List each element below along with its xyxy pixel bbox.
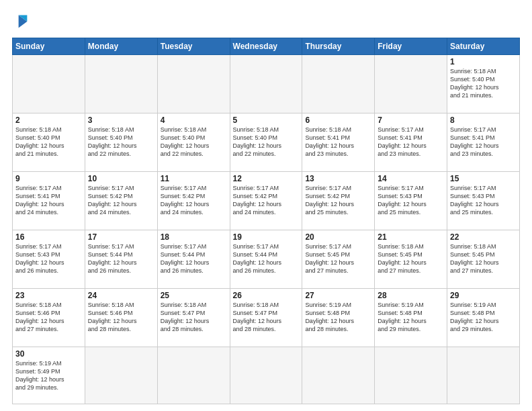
calendar-cell — [375, 55, 447, 113]
calendar-week-1: 1Sunrise: 5:18 AMSunset: 5:40 PMDaylight… — [13, 55, 520, 113]
calendar-cell: 26Sunrise: 5:18 AMSunset: 5:47 PMDayligh… — [230, 288, 302, 347]
day-info: Sunrise: 5:18 AMSunset: 5:41 PMDaylight:… — [305, 126, 371, 158]
day-number: 28 — [378, 291, 444, 300]
day-number: 29 — [450, 291, 517, 300]
calendar-cell — [302, 55, 375, 113]
day-info: Sunrise: 5:17 AMSunset: 5:42 PMDaylight:… — [161, 184, 227, 217]
day-number: 21 — [378, 232, 444, 242]
header — [12, 11, 520, 32]
day-info: Sunrise: 5:17 AMSunset: 5:45 PMDaylight:… — [305, 242, 371, 275]
day-info: Sunrise: 5:17 AMSunset: 5:43 PMDaylight:… — [378, 184, 444, 217]
day-number: 9 — [15, 174, 82, 183]
day-info: Sunrise: 5:18 AMSunset: 5:47 PMDaylight:… — [161, 301, 227, 334]
calendar-cell — [302, 347, 375, 404]
calendar-cell — [230, 55, 302, 113]
calendar-cell: 4Sunrise: 5:18 AMSunset: 5:40 PMDaylight… — [157, 113, 230, 171]
calendar-cell: 29Sunrise: 5:19 AMSunset: 5:48 PMDayligh… — [447, 288, 520, 347]
day-number: 13 — [305, 174, 371, 183]
col-header-tuesday: Tuesday — [157, 38, 230, 55]
calendar-table: SundayMondayTuesdayWednesdayThursdayFrid… — [12, 38, 520, 404]
day-info: Sunrise: 5:18 AMSunset: 5:46 PMDaylight:… — [15, 301, 82, 334]
day-number: 18 — [161, 232, 227, 242]
day-number: 30 — [15, 349, 82, 359]
day-number: 25 — [161, 291, 227, 300]
day-number: 16 — [15, 232, 82, 242]
col-header-saturday: Saturday — [447, 38, 520, 55]
day-number: 6 — [305, 116, 371, 125]
calendar-week-2: 2Sunrise: 5:18 AMSunset: 5:40 PMDaylight… — [13, 113, 520, 171]
calendar-cell — [375, 347, 447, 404]
calendar-cell: 20Sunrise: 5:17 AMSunset: 5:45 PMDayligh… — [302, 230, 375, 288]
calendar-cell — [13, 55, 85, 113]
day-info: Sunrise: 5:17 AMSunset: 5:43 PMDaylight:… — [450, 184, 517, 217]
day-info: Sunrise: 5:18 AMSunset: 5:40 PMDaylight:… — [233, 126, 300, 158]
col-header-wednesday: Wednesday — [230, 38, 302, 55]
day-number: 22 — [450, 232, 517, 242]
day-info: Sunrise: 5:18 AMSunset: 5:40 PMDaylight:… — [450, 67, 517, 100]
day-info: Sunrise: 5:18 AMSunset: 5:40 PMDaylight:… — [15, 126, 82, 158]
calendar-cell: 30Sunrise: 5:19 AMSunset: 5:49 PMDayligh… — [13, 347, 85, 404]
day-number: 17 — [88, 232, 154, 242]
day-number: 24 — [88, 291, 154, 300]
calendar-cell: 28Sunrise: 5:19 AMSunset: 5:48 PMDayligh… — [375, 288, 447, 347]
day-number: 19 — [233, 232, 300, 242]
calendar-cell: 21Sunrise: 5:18 AMSunset: 5:45 PMDayligh… — [375, 230, 447, 288]
day-number: 20 — [305, 232, 371, 242]
day-info: Sunrise: 5:19 AMSunset: 5:48 PMDaylight:… — [305, 301, 371, 334]
calendar-cell: 7Sunrise: 5:17 AMSunset: 5:41 PMDaylight… — [375, 113, 447, 171]
day-info: Sunrise: 5:18 AMSunset: 5:40 PMDaylight:… — [161, 126, 227, 158]
calendar-cell — [157, 55, 230, 113]
calendar-cell: 9Sunrise: 5:17 AMSunset: 5:41 PMDaylight… — [13, 171, 85, 230]
calendar-cell: 5Sunrise: 5:18 AMSunset: 5:40 PMDaylight… — [230, 113, 302, 171]
calendar-cell: 19Sunrise: 5:17 AMSunset: 5:44 PMDayligh… — [230, 230, 302, 288]
day-number: 10 — [88, 174, 154, 183]
calendar-cell: 22Sunrise: 5:18 AMSunset: 5:45 PMDayligh… — [447, 230, 520, 288]
day-number: 2 — [15, 116, 82, 125]
day-number: 3 — [88, 116, 154, 125]
calendar-cell: 2Sunrise: 5:18 AMSunset: 5:40 PMDaylight… — [13, 113, 85, 171]
calendar-cell: 1Sunrise: 5:18 AMSunset: 5:40 PMDaylight… — [447, 55, 520, 113]
calendar-cell: 12Sunrise: 5:17 AMSunset: 5:42 PMDayligh… — [230, 171, 302, 230]
calendar-cell — [85, 347, 157, 404]
calendar-cell: 11Sunrise: 5:17 AMSunset: 5:42 PMDayligh… — [157, 171, 230, 230]
calendar-cell — [85, 55, 157, 113]
day-info: Sunrise: 5:19 AMSunset: 5:48 PMDaylight:… — [450, 301, 517, 334]
calendar-cell: 24Sunrise: 5:18 AMSunset: 5:46 PMDayligh… — [85, 288, 157, 347]
logo-icon — [12, 11, 34, 32]
calendar-week-4: 16Sunrise: 5:17 AMSunset: 5:43 PMDayligh… — [13, 230, 520, 288]
day-number: 7 — [378, 116, 444, 125]
day-number: 12 — [233, 174, 300, 183]
day-info: Sunrise: 5:19 AMSunset: 5:49 PMDaylight:… — [15, 359, 82, 392]
day-info: Sunrise: 5:17 AMSunset: 5:44 PMDaylight:… — [161, 242, 227, 275]
calendar-header-row: SundayMondayTuesdayWednesdayThursdayFrid… — [13, 38, 520, 55]
calendar-cell: 23Sunrise: 5:18 AMSunset: 5:46 PMDayligh… — [13, 288, 85, 347]
day-info: Sunrise: 5:17 AMSunset: 5:42 PMDaylight:… — [305, 184, 371, 217]
calendar-cell: 18Sunrise: 5:17 AMSunset: 5:44 PMDayligh… — [157, 230, 230, 288]
day-info: Sunrise: 5:17 AMSunset: 5:41 PMDaylight:… — [15, 184, 82, 217]
day-number: 8 — [450, 116, 517, 125]
day-number: 23 — [15, 291, 82, 300]
day-number: 4 — [161, 116, 227, 125]
calendar-cell: 3Sunrise: 5:18 AMSunset: 5:40 PMDaylight… — [85, 113, 157, 171]
col-header-thursday: Thursday — [302, 38, 375, 55]
day-info: Sunrise: 5:17 AMSunset: 5:44 PMDaylight:… — [88, 242, 154, 275]
day-number: 11 — [161, 174, 227, 183]
calendar-cell: 15Sunrise: 5:17 AMSunset: 5:43 PMDayligh… — [447, 171, 520, 230]
day-number: 15 — [450, 174, 517, 183]
day-info: Sunrise: 5:17 AMSunset: 5:42 PMDaylight:… — [233, 184, 300, 217]
day-info: Sunrise: 5:18 AMSunset: 5:40 PMDaylight:… — [88, 126, 154, 158]
day-info: Sunrise: 5:18 AMSunset: 5:45 PMDaylight:… — [450, 242, 517, 275]
calendar-cell — [447, 347, 520, 404]
calendar-cell: 27Sunrise: 5:19 AMSunset: 5:48 PMDayligh… — [302, 288, 375, 347]
day-info: Sunrise: 5:17 AMSunset: 5:44 PMDaylight:… — [233, 242, 300, 275]
day-number: 5 — [233, 116, 300, 125]
day-number: 14 — [378, 174, 444, 183]
calendar-cell: 13Sunrise: 5:17 AMSunset: 5:42 PMDayligh… — [302, 171, 375, 230]
col-header-sunday: Sunday — [13, 38, 85, 55]
day-info: Sunrise: 5:17 AMSunset: 5:42 PMDaylight:… — [88, 184, 154, 217]
calendar-cell: 10Sunrise: 5:17 AMSunset: 5:42 PMDayligh… — [85, 171, 157, 230]
day-info: Sunrise: 5:17 AMSunset: 5:41 PMDaylight:… — [378, 126, 444, 158]
day-info: Sunrise: 5:17 AMSunset: 5:41 PMDaylight:… — [450, 126, 517, 158]
calendar-week-3: 9Sunrise: 5:17 AMSunset: 5:41 PMDaylight… — [13, 171, 520, 230]
calendar-cell — [157, 347, 230, 404]
